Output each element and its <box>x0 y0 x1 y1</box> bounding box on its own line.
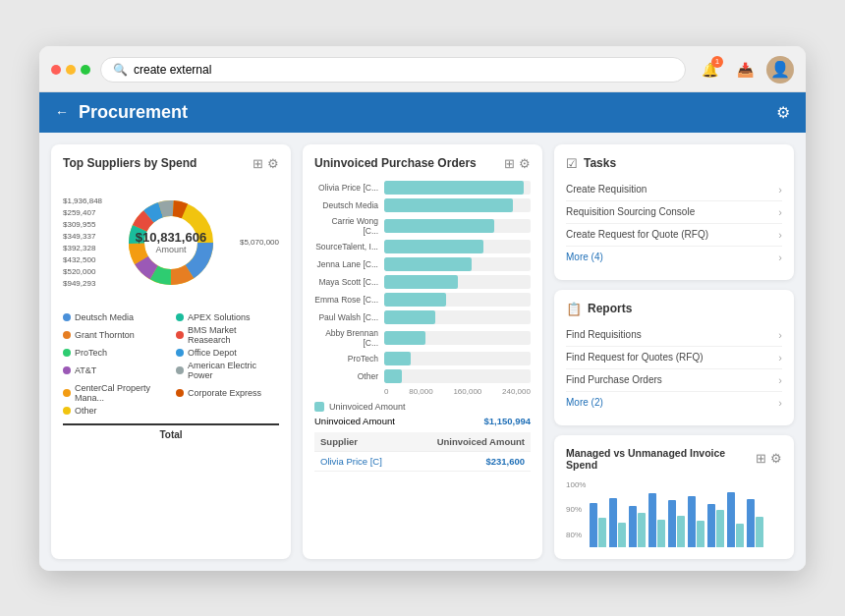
label-2: $259,407 <box>63 208 102 217</box>
uninvoiced-amount-label: Uninvoiced Amount <box>314 416 395 426</box>
chevron-icon-6: › <box>778 352 782 364</box>
uninvoiced-title: Uninvoiced Purchase Orders <box>314 156 477 170</box>
unmanaged-bar-1 <box>618 523 626 547</box>
legend-label-grant: Grant Thornton <box>75 330 135 340</box>
uninvoiced-card-icons: ⊞ ⚙ <box>504 156 531 171</box>
inbox-icon[interactable]: 📥 <box>731 56 759 84</box>
unmanaged-bar-5 <box>697 521 704 547</box>
label-6: $432,500 <box>63 255 102 264</box>
task-more[interactable]: More (4) › <box>566 247 782 268</box>
donut-amount: $10,831,606 <box>136 230 206 246</box>
task-sourcing-console[interactable]: Requisition Sourcing Console › <box>566 201 782 224</box>
report-more[interactable]: More (2) › <box>566 392 782 414</box>
app-header: ← Procurement ⚙ <box>39 92 806 133</box>
col-supplier: Supplier <box>314 432 406 452</box>
legend-other: Other <box>63 406 166 416</box>
legend-dot-protech <box>63 349 71 357</box>
bar-label-7: Paul Walsh [C... <box>314 312 378 322</box>
browser-dots <box>51 65 90 75</box>
bar-row-10: Other <box>314 369 531 383</box>
donut-center-text: $10,831,606 Amount <box>136 230 206 255</box>
label-4: $349,337 <box>63 232 102 241</box>
bar-group-2 <box>629 506 646 547</box>
supplier-name[interactable]: Olivia Price [C] <box>314 451 406 471</box>
legend-dot-bms <box>176 331 184 339</box>
unmanaged-bar-4 <box>677 516 685 547</box>
browser-icons: 🔔 1 📥 👤 <box>696 56 794 84</box>
bar-label-1: Deutsch Media <box>314 200 378 210</box>
donut-chart: $10,831,606 Amount <box>110 189 232 297</box>
bar-label-0: Olivia Price [C... <box>314 183 378 193</box>
notification-badge: 1 <box>711 56 723 68</box>
legend-dot-deutsch <box>63 313 71 321</box>
notification-icon[interactable]: 🔔 1 <box>696 56 723 84</box>
table-icon-2[interactable]: ⊞ <box>504 156 515 171</box>
task-label-create-req: Create Requisition <box>566 184 647 195</box>
label-1: $1,936,848 <box>63 196 102 205</box>
report-more-label: More (2) <box>566 397 603 408</box>
task-create-rfq[interactable]: Create Request for Quote (RFQ) › <box>566 224 782 247</box>
chevron-icon-8: › <box>778 397 782 409</box>
dot-green[interactable] <box>81 65 90 75</box>
uninvoiced-amount-value: $1,150,994 <box>483 416 531 426</box>
unmanaged-bar-2 <box>638 513 646 547</box>
legend-dot-grant <box>63 331 71 339</box>
y-axis-labels: 100% 90% 80% <box>566 480 586 539</box>
bar-row-3: SourceTalent, I... <box>314 240 531 253</box>
chevron-icon: › <box>778 184 782 196</box>
settings-card-icon-3[interactable]: ⚙ <box>770 451 782 466</box>
supplier-legend: Deutsch Media APEX Solutions Grant Thorn… <box>63 312 279 416</box>
report-find-req[interactable]: Find Requisitions › <box>566 324 782 347</box>
card-action-icons: ⊞ ⚙ <box>253 156 279 171</box>
bar-row-7: Paul Walsh [C... <box>314 310 531 324</box>
legend-dot-att <box>63 366 71 374</box>
legend-att: AT&T <box>63 361 166 380</box>
task-create-req[interactable]: Create Requisition › <box>566 179 782 201</box>
unmanaged-bar-6 <box>716 510 724 547</box>
legend-label-bms: BMS Market Reasearch <box>188 325 279 345</box>
chevron-icon-7: › <box>778 374 782 386</box>
task-more-label: More (4) <box>566 252 603 262</box>
bar-label-2: Carrie Wong [C... <box>314 216 378 236</box>
dot-red[interactable] <box>51 65 61 75</box>
bar-group-7 <box>727 492 744 547</box>
legend-american: American Electric Power <box>176 361 279 380</box>
user-avatar[interactable]: 👤 <box>766 56 794 84</box>
uninvoiced-po-card: Uninvoiced Purchase Orders ⊞ ⚙ Olivia Pr… <box>303 144 542 559</box>
managed-bar-7 <box>727 492 735 547</box>
report-label-find-rfq: Find Request for Quotes (RFQ) <box>566 352 704 363</box>
donut-right-label: $5,070,000 <box>240 238 279 247</box>
page-title: Procurement <box>79 102 188 123</box>
donut-amount-label: Amount <box>136 245 206 254</box>
legend-dot-american <box>176 366 184 374</box>
report-find-po[interactable]: Find Purchase Orders › <box>566 369 782 392</box>
bar-row-0: Olivia Price [C... <box>314 181 531 195</box>
report-find-rfq[interactable]: Find Request for Quotes (RFQ) › <box>566 347 782 369</box>
tasks-icon: ☑ <box>566 156 578 171</box>
legend-dot-centercal <box>63 389 71 397</box>
legend-label-deutsch: Deutsch Media <box>75 312 134 322</box>
back-button[interactable]: ← <box>55 104 69 120</box>
legend-centercal: CenterCal Property Mana... <box>63 383 166 403</box>
settings-card-icon-2[interactable]: ⚙ <box>519 156 531 171</box>
table-icon[interactable]: ⊞ <box>253 156 263 171</box>
table-icon-3[interactable]: ⊞ <box>756 451 766 466</box>
bar-chart: Olivia Price [C... Deutsch Media Carrie … <box>314 181 531 396</box>
settings-card-icon[interactable]: ⚙ <box>267 156 279 171</box>
managed-bar-6 <box>707 504 715 547</box>
bar-row-5: Maya Scott [C... <box>314 275 531 289</box>
search-icon: 🔍 <box>113 63 128 77</box>
unmanaged-bar-8 <box>756 517 763 547</box>
legend-dot-corporate <box>176 389 184 397</box>
settings-icon[interactable]: ⚙ <box>776 103 790 122</box>
search-bar[interactable]: 🔍 <box>100 57 686 83</box>
legend-bms: BMS Market Reasearch <box>176 325 279 345</box>
managed-bar-2 <box>629 506 637 547</box>
reports-card: 📋 Reports Find Requisitions › Find Reque… <box>554 290 794 425</box>
managed-bar-4 <box>668 500 676 547</box>
legend-square <box>314 402 324 412</box>
search-input[interactable] <box>134 63 673 77</box>
dot-yellow[interactable] <box>66 65 76 75</box>
reports-section-header: 📋 Reports <box>566 302 782 316</box>
bar-group-1 <box>609 498 626 547</box>
